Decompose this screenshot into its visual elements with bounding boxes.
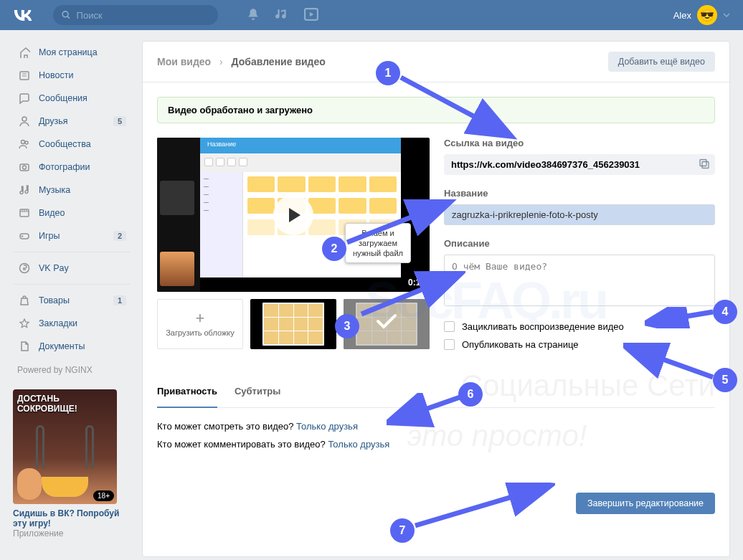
sidebar: Моя страницаНовостиСообщенияДрузья5Сообщ… (13, 41, 131, 557)
description-input[interactable] (444, 255, 715, 306)
sidebar-item-label: Документы (39, 341, 85, 351)
publish-checkbox[interactable] (444, 339, 455, 350)
svg-point-6 (22, 117, 27, 121)
users-icon (17, 137, 32, 151)
sidebar-item-label: Игры (39, 231, 60, 241)
sidebar-item-label: Видео (39, 208, 65, 218)
title-input[interactable] (444, 204, 715, 225)
vk-logo[interactable] (13, 5, 33, 25)
top-header: Alex 😎 (0, 0, 743, 30)
sidebar-item-label: Товары (39, 295, 70, 305)
news-icon (17, 68, 32, 82)
user-name: Alex (673, 10, 691, 21)
sidebar-item-label: Сообщения (39, 93, 87, 103)
search-input[interactable] (77, 10, 209, 21)
user-menu[interactable]: Alex 😎 (673, 5, 730, 25)
ruble-icon (17, 261, 32, 275)
sidebar-item-label: Музыка (39, 185, 70, 195)
upload-cover-button[interactable]: + Загрузить обложку (157, 299, 243, 349)
video-header-icon[interactable] (304, 8, 318, 23)
powered-by: Powered by NGINX (13, 358, 131, 382)
gamepad-icon (17, 229, 32, 243)
title-label: Название (444, 188, 715, 199)
video-icon (17, 206, 32, 220)
annotation-bubble-7: 7 (390, 518, 415, 543)
privacy-view-link[interactable]: Только друзья (296, 421, 358, 432)
breadcrumb-parent[interactable]: Мои видео (157, 56, 211, 67)
svg-line-26 (627, 346, 713, 377)
svg-line-1 (67, 16, 70, 19)
music-icon (17, 183, 32, 197)
svg-rect-20 (702, 161, 709, 168)
sidebar-item-label: Фотографии (39, 162, 90, 172)
badge: 1 (113, 295, 126, 305)
copy-icon[interactable] (699, 158, 709, 171)
bell-icon[interactable] (247, 8, 260, 23)
sidebar-item-label: Новости (39, 70, 73, 80)
play-icon[interactable] (273, 195, 313, 235)
sidebar-item-label: Друзья (39, 116, 68, 126)
sidebar-item-ruble[interactable]: VK Pay (13, 257, 131, 280)
message-icon (17, 91, 32, 105)
sidebar-item-user[interactable]: Друзья5 (13, 110, 131, 133)
finish-editing-button[interactable]: Завершить редактирование (576, 493, 715, 514)
sidebar-item-camera[interactable]: Фотографии (13, 156, 131, 179)
sidebar-item-users[interactable]: Сообщества (13, 133, 131, 156)
loop-checkbox[interactable] (444, 321, 455, 332)
privacy-comment-link[interactable]: Только друзья (328, 439, 389, 450)
ad-image: ДОСТАНЬ СОКРОВИЩЕ! 18+ (13, 389, 117, 504)
sidebar-item-home[interactable]: Моя страница (13, 41, 131, 64)
ad-subtitle: Приложение (13, 528, 131, 538)
document-icon (17, 339, 32, 353)
thumbnail-1[interactable] (250, 299, 336, 349)
annotation-bubble-5: 5 (713, 368, 737, 392)
sidebar-item-document[interactable]: Документы (13, 335, 131, 358)
annotation-arrow-4 (645, 307, 716, 328)
sidebar-item-star[interactable]: Закладки (13, 312, 131, 335)
svg-point-8 (25, 141, 28, 144)
ad-block[interactable]: ДОСТАНЬ СОКРОВИЩЕ! 18+ Сидишь в ВК? Попр… (13, 389, 131, 538)
tab-privacy[interactable]: Приватность (157, 386, 217, 408)
sidebar-item-news[interactable]: Новости (13, 64, 131, 87)
add-more-video-button[interactable]: Добавить ещё видео (608, 52, 715, 72)
annotation-arrow-1 (397, 74, 526, 146)
svg-line-22 (401, 77, 508, 135)
svg-line-25 (648, 312, 713, 323)
sidebar-item-label: Сообщества (39, 139, 91, 149)
chevron-down-icon (723, 13, 730, 17)
description-label: Описание (444, 238, 715, 249)
tab-subtitles[interactable]: Субтитры (235, 386, 280, 408)
svg-line-28 (415, 486, 548, 526)
svg-point-10 (23, 166, 27, 169)
home-icon (17, 45, 32, 60)
breadcrumb-current: Добавление видео (232, 56, 326, 67)
svg-line-24 (361, 275, 458, 314)
annotation-bubble-1: 1 (376, 61, 400, 85)
svg-line-27 (390, 397, 462, 422)
plus-icon: + (196, 311, 205, 326)
ad-title: Сидишь в ВК? Попробуй эту игру! (13, 504, 131, 528)
music-icon[interactable] (275, 8, 288, 23)
video-link-field: https://vk.com/video384697376_456239031 (444, 154, 715, 175)
sidebar-item-music[interactable]: Музыка (13, 179, 131, 201)
camera-icon (17, 160, 32, 174)
sidebar-item-label: VK Pay (39, 263, 69, 273)
sidebar-item-video[interactable]: Видео (13, 201, 131, 224)
annotation-arrow-7 (412, 483, 555, 533)
sidebar-item-label: Моя страница (39, 47, 98, 57)
svg-point-0 (62, 11, 68, 17)
sidebar-item-message[interactable]: Сообщения (13, 87, 131, 110)
search-box[interactable] (53, 5, 218, 25)
main-panel: Мои видео › Добавление видео Добавить ещ… (142, 41, 730, 557)
star-icon (17, 316, 32, 331)
annotation-arrow-3 (358, 271, 465, 321)
svg-rect-21 (700, 159, 706, 166)
sidebar-item-gamepad[interactable]: Игры2 (13, 224, 131, 247)
annotation-arrow-2 (344, 199, 458, 250)
sidebar-item-label: Закладки (39, 318, 77, 328)
sidebar-item-bag[interactable]: Товары1 (13, 289, 131, 312)
annotation-bubble-4: 4 (713, 300, 737, 324)
badge: 5 (113, 116, 126, 126)
annotation-arrow-5 (623, 343, 716, 386)
svg-line-23 (347, 203, 448, 242)
